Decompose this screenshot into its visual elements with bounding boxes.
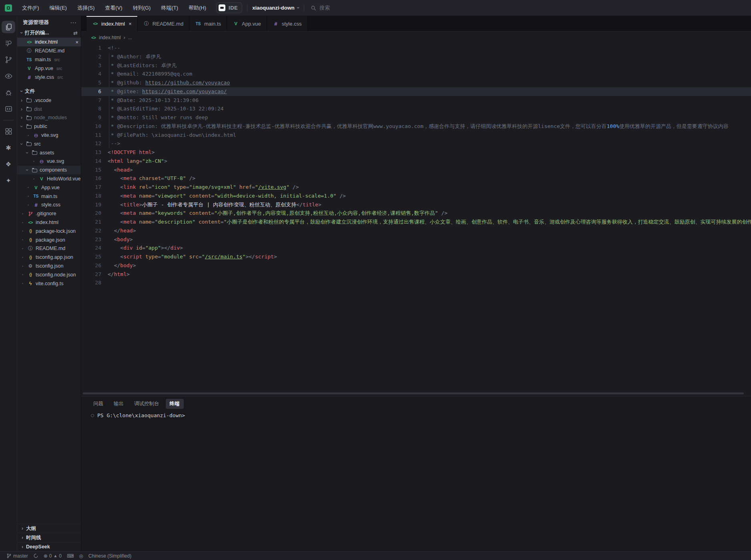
- tree-item-assets[interactable]: ›assets: [17, 148, 81, 157]
- code-line[interactable]: 22 </head>: [81, 226, 751, 235]
- tree-item-node_modules[interactable]: ›node_modules: [17, 114, 81, 122]
- language-indicator[interactable]: Chinese (Simplified): [88, 553, 131, 559]
- menu-item[interactable]: 选择(S): [73, 3, 99, 13]
- tree-item-.vscode[interactable]: ›.vscode: [17, 96, 81, 105]
- tab-README.md[interactable]: ⓘREADME.md: [138, 16, 189, 31]
- explorer-icon[interactable]: [2, 21, 15, 33]
- tree-item-main.ts[interactable]: TSmain.ts: [17, 192, 81, 201]
- code-line[interactable]: 10 * @Description: 优雅草科技卓伊凡-优雅草科技主程-兼技术总…: [81, 122, 751, 131]
- sort-editors-icon[interactable]: ⇄: [73, 30, 78, 36]
- close-icon[interactable]: ×: [75, 39, 78, 45]
- problems-indicator[interactable]: ⊗ 0 ▲ 0: [44, 553, 62, 559]
- menu-item[interactable]: 转到(G): [129, 3, 155, 13]
- open-editors-header[interactable]: ›打开的编... ⇄: [17, 28, 81, 38]
- tree-item-App.vue[interactable]: VApp.vue: [17, 183, 81, 192]
- tree-item-style.css[interactable]: #style.css: [17, 201, 81, 210]
- open-editor-item[interactable]: ⓘREADME.md: [17, 46, 81, 55]
- tree-item-tsconfig.node.json[interactable]: {}tsconfig.node.json: [17, 270, 81, 279]
- keyboard-button[interactable]: ⌨: [67, 553, 74, 559]
- sidebar-section-时间线[interactable]: ›时间线: [17, 533, 81, 542]
- ext-plugin-1-icon[interactable]: ✱: [2, 142, 15, 154]
- code-line[interactable]: 7 * @Date: 2025-10-13 21:39:06: [81, 96, 751, 105]
- breadcrumb-more[interactable]: ...: [128, 35, 132, 40]
- breadcrumb-file[interactable]: index.html: [99, 35, 121, 40]
- tree-item-tsconfig.app.json[interactable]: {}tsconfig.app.json: [17, 253, 81, 262]
- code-line[interactable]: 9 * @motto: Still water runs deep: [81, 113, 751, 122]
- tree-item-src[interactable]: ›src: [17, 140, 81, 148]
- code-line[interactable]: 16 <meta charset="UTF-8" />: [81, 174, 751, 183]
- sidebar-section-大纲[interactable]: ›大纲: [17, 524, 81, 533]
- breadcrumb[interactable]: <> index.html › ...: [81, 32, 751, 44]
- code-line[interactable]: 12 -->: [81, 139, 751, 148]
- code-line[interactable]: 23 <body>: [81, 235, 751, 244]
- code-line[interactable]: 2 * @Author: 卓伊凡: [81, 52, 751, 61]
- source-control-icon[interactable]: [2, 54, 15, 66]
- code-line[interactable]: 11 * @FilePath: \xiaoquanzi-down\index.h…: [81, 131, 751, 140]
- tree-item-public[interactable]: ›public: [17, 122, 81, 131]
- code-line[interactable]: 17 <link rel="icon" type="image/svg+xml"…: [81, 183, 751, 192]
- menu-item[interactable]: 终端(T): [157, 3, 183, 13]
- open-editor-item[interactable]: #style.csssrc: [17, 73, 81, 82]
- close-icon[interactable]: ×: [129, 21, 132, 27]
- code-line[interactable]: 13<!DOCTYPE html>: [81, 148, 751, 157]
- tree-item-vue.svg[interactable]: ⊖vue.svg: [17, 157, 81, 166]
- open-editor-item[interactable]: TSmain.tssrc: [17, 55, 81, 64]
- project-switcher[interactable]: xiaoquanzi-down ›: [252, 5, 299, 11]
- tree-item-HelloWorld.vue[interactable]: VHelloWorld.vue: [17, 174, 81, 183]
- sync-button[interactable]: [33, 553, 38, 558]
- menu-item[interactable]: 帮助(H): [184, 3, 211, 13]
- code-line[interactable]: 8 * @LastEditTime: 2025-10-13 22:09:24: [81, 104, 751, 113]
- tree-item-components[interactable]: ›components: [17, 166, 81, 174]
- ext-plugin-2-icon[interactable]: ❖: [2, 158, 15, 170]
- ext-plugin-3-icon[interactable]: ✦: [2, 174, 15, 187]
- code-line[interactable]: 21 <meta name="description" content="小圈子…: [81, 218, 751, 226]
- tree-item-package.json[interactable]: {}package.json: [17, 236, 81, 244]
- terminal[interactable]: PS G:\clone\xiaoquanzi-down>: [81, 412, 751, 418]
- preview-eye-icon[interactable]: [2, 70, 15, 82]
- tab-main.ts[interactable]: TSmain.ts: [189, 16, 227, 31]
- horizontal-scrollbar[interactable]: [83, 392, 744, 394]
- code-line[interactable]: 24 <div id="app"></div>: [81, 244, 751, 252]
- code-line[interactable]: 25 <script type="module" src="/src/main.…: [81, 252, 751, 261]
- ide-badge[interactable]: IDE: [216, 2, 242, 13]
- code-line[interactable]: 20 <meta name="keywords" content="小圈子,创作…: [81, 209, 751, 218]
- global-search[interactable]: 搜索: [311, 4, 330, 12]
- tree-item-dist[interactable]: ›dist: [17, 105, 81, 114]
- code-line[interactable]: 18 <meta name="viewport" content="width=…: [81, 192, 751, 200]
- code-line[interactable]: 4 * @email: 422108995@qq.com: [81, 70, 751, 78]
- code-editor[interactable]: 1<!--2 * @Author: 卓伊凡3 * @LastEditors: 卓…: [81, 44, 751, 396]
- more-actions-icon[interactable]: ···: [70, 20, 77, 26]
- code-line[interactable]: 6 * @gitee: https://gitee.com/youyacao/: [81, 87, 751, 96]
- screencast-button[interactable]: ◎: [79, 553, 83, 559]
- panel-tab-输出[interactable]: 输出: [114, 400, 124, 407]
- git-branch-indicator[interactable]: master: [6, 553, 28, 559]
- tab-style.css[interactable]: #style.css: [267, 16, 308, 31]
- tree-item-index.html[interactable]: <>index.html: [17, 218, 81, 227]
- search-icon[interactable]: [2, 37, 15, 50]
- code-line[interactable]: 3 * @LastEditors: 卓伊凡: [81, 61, 751, 70]
- panel-tab-问题[interactable]: 问题: [93, 400, 103, 407]
- sidebar-section-DeepSeek[interactable]: ›DeepSeek: [17, 542, 81, 551]
- panel-tab-终端[interactable]: 终端: [166, 399, 184, 409]
- files-section-header[interactable]: ›文件: [17, 86, 81, 96]
- panel-tab-调试控制台[interactable]: 调试控制台: [134, 400, 159, 407]
- debug-icon[interactable]: [2, 86, 15, 99]
- menu-item[interactable]: 编辑(E): [45, 3, 71, 13]
- tree-item-vite.config.ts[interactable]: ϟvite.config.ts: [17, 279, 81, 288]
- code-line[interactable]: 1<!--: [81, 44, 751, 52]
- tab-App.vue[interactable]: VApp.vue: [227, 16, 267, 31]
- menu-item[interactable]: 查看(V): [100, 3, 127, 13]
- tree-item-tsconfig.json[interactable]: ⚙tsconfig.json: [17, 262, 81, 270]
- tab-index.html[interactable]: <>index.html×: [86, 16, 138, 32]
- extensions-icon[interactable]: [2, 125, 15, 138]
- code-line[interactable]: 26 </body>: [81, 261, 751, 270]
- open-editor-item[interactable]: <>index.html×: [17, 38, 81, 46]
- code-line[interactable]: 28: [81, 278, 751, 287]
- tree-item-vite.svg[interactable]: ⊖vite.svg: [17, 131, 81, 140]
- tree-item-.gitignore[interactable]: .gitignore: [17, 209, 81, 218]
- code-line[interactable]: 15 <head>: [81, 166, 751, 174]
- tree-item-README.md[interactable]: ⓘREADME.md: [17, 244, 81, 253]
- code-line[interactable]: 19 <title>小圈子 - 创作者专属平台 | 内容创作变现、粉丝互动、原创…: [81, 200, 751, 209]
- open-editor-item[interactable]: VApp.vuesrc: [17, 64, 81, 73]
- code-line[interactable]: 5 * @github: https://github.com/youyacao: [81, 78, 751, 87]
